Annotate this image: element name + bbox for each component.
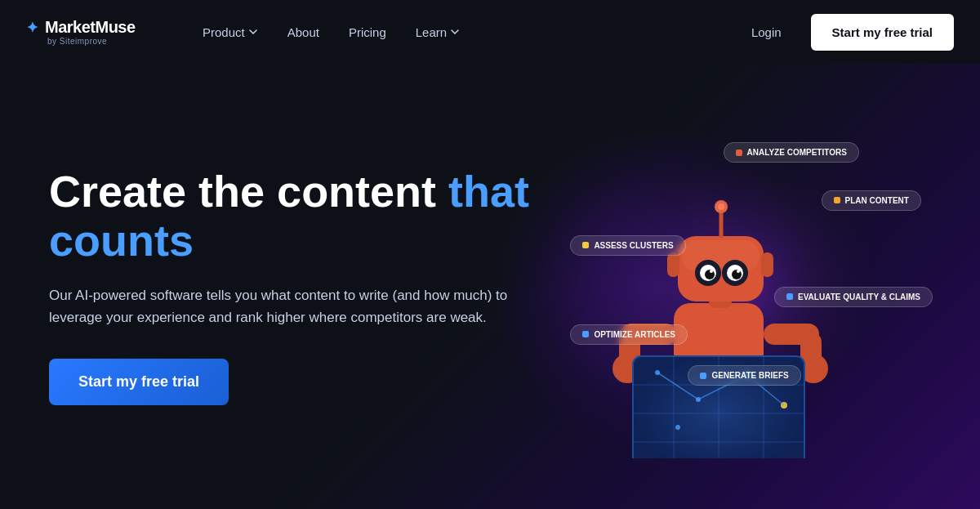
nav-item-pricing[interactable]: Pricing bbox=[336, 17, 399, 47]
logo[interactable]: ✦ MarketMuse by Siteimprove bbox=[26, 18, 157, 46]
pill-evaluate: EVALUATE QUALITY & CLAIMS bbox=[774, 287, 933, 307]
hero-cta-button[interactable]: Start my free trial bbox=[49, 359, 229, 405]
login-button[interactable]: Login bbox=[738, 19, 795, 46]
pill-plan: PLAN CONTENT bbox=[822, 190, 921, 211]
svg-point-37 bbox=[718, 203, 724, 210]
logo-name: MarketMuse bbox=[45, 18, 136, 37]
svg-point-32 bbox=[732, 270, 742, 279]
svg-rect-38 bbox=[667, 252, 679, 277]
svg-rect-26 bbox=[682, 240, 760, 271]
hero-description: Our AI-powered software tells you what c… bbox=[49, 284, 523, 328]
nav-trial-button[interactable]: Start my free trial bbox=[811, 14, 954, 51]
svg-rect-39 bbox=[761, 252, 773, 277]
hero-title: Create the content that counts bbox=[49, 167, 555, 265]
nav-links: Product About Pricing Learn bbox=[189, 17, 738, 47]
nav-right: Login Start my free trial bbox=[738, 14, 954, 51]
pill-optimize: OPTIMIZE ARTICLES bbox=[570, 324, 688, 345]
logo-icon: ✦ bbox=[26, 19, 38, 37]
nav-item-product[interactable]: Product bbox=[189, 17, 271, 47]
hero-section: Create the content that counts Our AI-po… bbox=[0, 64, 980, 509]
logo-sub: by Siteimprove bbox=[47, 37, 157, 46]
chevron-down-icon bbox=[248, 27, 258, 37]
svg-point-34 bbox=[737, 270, 740, 273]
svg-point-33 bbox=[710, 270, 713, 273]
hero-content: Create the content that counts Our AI-po… bbox=[49, 167, 555, 404]
svg-point-23 bbox=[675, 425, 680, 430]
chevron-down-icon bbox=[450, 27, 460, 37]
nav-item-about[interactable]: About bbox=[274, 17, 332, 47]
svg-point-31 bbox=[705, 270, 715, 279]
pill-analyze: ANALYZE COMPETITORS bbox=[724, 142, 859, 163]
pill-generate: GENERATE BRIEFS bbox=[688, 365, 800, 386]
navbar: ✦ MarketMuse by Siteimprove Product Abou… bbox=[0, 0, 980, 64]
hero-illustration: ANALYZE COMPETITORS PLAN CONTENT ASSESS … bbox=[539, 115, 931, 458]
pill-assess: ASSESS CLUSTERS bbox=[570, 235, 685, 256]
nav-item-learn[interactable]: Learn bbox=[403, 17, 473, 47]
